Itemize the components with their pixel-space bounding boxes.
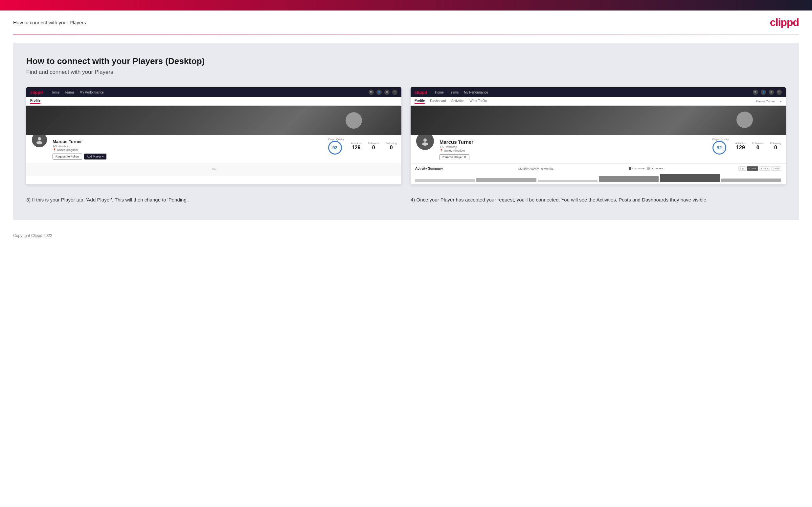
tab-profile-left[interactable]: Profile xyxy=(30,99,40,104)
stat-followers-left: Followers 0 xyxy=(368,142,379,151)
user-icon-right: 👤 xyxy=(761,90,766,95)
stat-followers-right: Followers 0 xyxy=(752,142,763,151)
screenshots-row: clippd Home Teams My Performance 🔍 👤 ⚙ 🏴… xyxy=(26,87,786,184)
player-name-left: Marcus Turner xyxy=(53,139,321,144)
page-header-title: How to connect with your Players xyxy=(13,20,86,25)
svg-point-1 xyxy=(37,141,42,145)
mock-bottom-left: ✏ xyxy=(26,163,401,176)
mock-profile-left: Marcus Turner 1-5 Handicap 📍 United King… xyxy=(26,135,401,163)
period-1yr[interactable]: 1 yr xyxy=(739,166,746,171)
main-content: How to connect with your Players (Deskto… xyxy=(13,43,799,220)
mock-hero-right xyxy=(411,106,786,135)
quality-circle-right: 92 xyxy=(712,141,726,155)
legend-on-course: On course xyxy=(629,167,645,170)
activity-summary: Activity Summary Monthly Activity · 6 Mo… xyxy=(411,163,786,184)
top-bar xyxy=(0,0,812,10)
chart-bar-3 xyxy=(538,180,598,182)
activity-period: Monthly Activity · 6 Months xyxy=(518,167,554,170)
screenshot-left: clippd Home Teams My Performance 🔍 👤 ⚙ 🏴… xyxy=(26,87,401,184)
page-header: How to connect with your Players clippd xyxy=(0,10,812,35)
off-course-dot xyxy=(647,167,650,170)
caption-left: 3) If this is your Player tap, 'Add Play… xyxy=(26,196,401,204)
svg-point-3 xyxy=(422,143,428,146)
activity-title: Activity Summary xyxy=(415,167,443,170)
mock-profile-right: Marcus Turner 1-5 Handicap 📍 United King… xyxy=(411,135,786,163)
player-name-right: Marcus Turner xyxy=(440,139,705,145)
search-icon-right: 🔍 xyxy=(753,90,758,95)
chart-bar-4 xyxy=(599,176,659,182)
mock-nav-icons-left: 🔍 👤 ⚙ 🏴 xyxy=(368,90,398,95)
stat-quality-right: Player Quality 92 xyxy=(712,138,729,155)
hero-circle-left xyxy=(346,112,362,129)
caption-right-text: 4) Once your Player has accepted your re… xyxy=(411,197,708,203)
hero-circle-right xyxy=(737,112,753,128)
mock-logo-right: clippd xyxy=(414,90,427,95)
chart-bar-2 xyxy=(476,178,536,182)
captions-row: 3) If this is your Player tap, 'Add Play… xyxy=(26,196,786,204)
search-icon: 🔍 xyxy=(368,90,374,95)
period-1mth[interactable]: 1 mth xyxy=(771,166,781,171)
player-handicap-right: 1-5 Handicap xyxy=(440,146,705,149)
stat-following-right: Following 0 xyxy=(770,142,781,151)
mock-hero-left xyxy=(26,106,401,135)
player-location-left: 📍 United Kingdom xyxy=(53,148,321,152)
main-title: How to connect with your Players (Deskto… xyxy=(26,56,786,66)
remove-x-icon: ✕ xyxy=(464,156,466,159)
mock-buttons-right: Remove Player ✕ xyxy=(440,154,705,160)
settings-icon: ⚙ xyxy=(384,90,390,95)
player-location-right: 📍 United Kingdom xyxy=(440,149,705,152)
mock-tabs-right: Profile Dashboard Activities What To On … xyxy=(411,97,786,106)
copyright-text: Copyright Clippd 2022 xyxy=(13,233,52,238)
activity-legend: On course Off course xyxy=(629,167,663,170)
chart-bar-6 xyxy=(721,178,781,182)
flag-icon-right: 🏴 xyxy=(776,90,782,95)
tab-whattoon-right[interactable]: What To On xyxy=(470,99,487,103)
period-buttons: 1 yr 6 mths 3 mths 1 mth xyxy=(739,166,781,171)
mock-stats-left: Player Quality 92 Activities 129 Followe… xyxy=(325,138,397,155)
mock-nav-home-left: Home xyxy=(51,91,59,94)
caption-right: 4) Once your Player has accepted your re… xyxy=(411,196,786,204)
period-6mths[interactable]: 6 mths xyxy=(747,166,758,171)
mock-nav-icons-right: 🔍 👤 ⚙ 🏴 xyxy=(753,90,782,95)
caption-left-text: 3) If this is your Player tap, 'Add Play… xyxy=(26,197,189,203)
svg-point-2 xyxy=(423,138,427,142)
mock-nav-teams-left: Teams xyxy=(65,91,74,94)
stat-following-left: Following 0 xyxy=(386,142,397,151)
stat-quality-left: Player Quality 92 xyxy=(328,138,345,155)
tab-dashboard-right[interactable]: Dashboard xyxy=(430,99,446,103)
header-divider xyxy=(13,35,799,35)
tab-chevron-right: ▾ xyxy=(780,100,782,103)
add-player-button[interactable]: Add Player + xyxy=(84,154,106,160)
mock-nav-left: clippd Home Teams My Performance 🔍 👤 ⚙ 🏴 xyxy=(26,87,401,97)
mock-tabs-left: Profile xyxy=(26,97,401,106)
mock-buttons-left: Request to Follow Add Player + xyxy=(53,154,321,160)
player-handicap-left: 1-5 Handicap xyxy=(53,145,321,148)
chart-bar-5 xyxy=(660,174,720,182)
tab-user-right: Marcus Turner xyxy=(756,100,775,103)
mock-nav-home-right: Home xyxy=(435,91,444,94)
mock-stats-right: Player Quality 92 Activities 129 Followe… xyxy=(710,138,781,155)
flag-icon: 🏴 xyxy=(392,90,398,95)
mock-nav-myperformance-left: My Performance xyxy=(80,91,103,94)
stat-activities-right: Activities 129 xyxy=(735,142,746,151)
tab-profile-right[interactable]: Profile xyxy=(414,99,425,104)
on-course-dot xyxy=(629,167,631,170)
request-follow-button[interactable]: Request to Follow xyxy=(53,154,82,160)
profile-info-right: Marcus Turner 1-5 Handicap 📍 United King… xyxy=(440,138,705,160)
clippd-logo: clippd xyxy=(770,16,799,29)
svg-point-0 xyxy=(38,137,41,140)
quality-circle-left: 92 xyxy=(328,141,342,155)
remove-player-button[interactable]: Remove Player ✕ xyxy=(440,154,469,160)
screenshot-right: clippd Home Teams My Performance 🔍 👤 ⚙ 🏴… xyxy=(411,87,786,184)
tab-activities-right[interactable]: Activities xyxy=(451,99,464,103)
profile-info-left: Marcus Turner 1-5 Handicap 📍 United King… xyxy=(53,138,321,160)
chart-bar-1 xyxy=(415,179,475,182)
legend-off-course: Off course xyxy=(647,167,663,170)
pen-icon: ✏ xyxy=(212,166,216,173)
period-3mths[interactable]: 3 mths xyxy=(759,166,770,171)
chart-area xyxy=(415,173,781,182)
stat-activities-left: Activities 129 xyxy=(351,142,361,151)
activity-header: Activity Summary Monthly Activity · 6 Mo… xyxy=(415,166,781,171)
main-subtitle: Find and connect with your Players xyxy=(26,69,786,75)
mock-nav-teams-right: Teams xyxy=(449,91,459,94)
